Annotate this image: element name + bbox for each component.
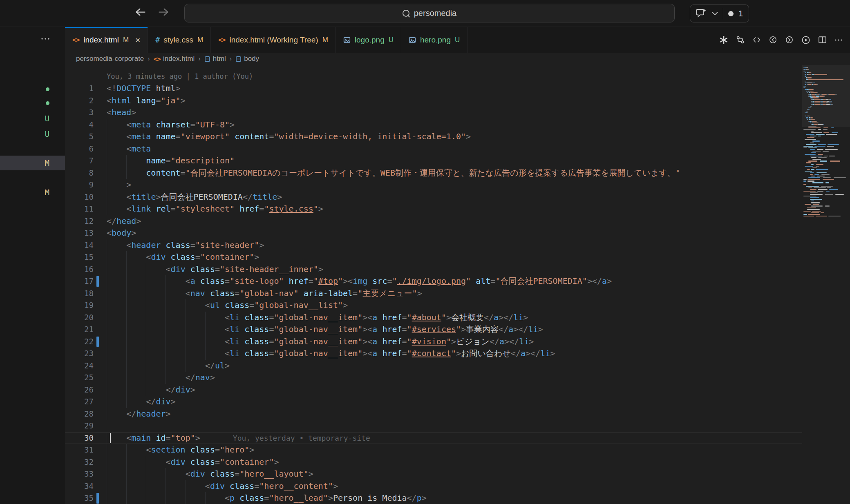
close-icon[interactable]: × bbox=[135, 35, 140, 45]
gutter[interactable] bbox=[94, 372, 107, 384]
code-text[interactable]: <li class="global-nav__item"><a href="#a… bbox=[107, 312, 802, 324]
gutter[interactable] bbox=[94, 432, 107, 444]
code-text[interactable]: <li class="global-nav__item"><a href="#v… bbox=[107, 336, 802, 348]
gutter[interactable] bbox=[94, 179, 107, 191]
code-line[interactable]: 33 <div class="hero__layout"> bbox=[65, 468, 802, 480]
code-line[interactable]: 25 </nav> bbox=[65, 372, 802, 384]
gutter[interactable] bbox=[94, 83, 107, 95]
code-line[interactable]: 34 <div class="hero__content"> bbox=[65, 480, 802, 493]
code-text[interactable]: </nav> bbox=[107, 372, 802, 384]
line-number[interactable]: 29 bbox=[65, 420, 94, 432]
gutter[interactable] bbox=[94, 119, 107, 131]
gutter[interactable] bbox=[94, 420, 107, 432]
code-line[interactable]: 6 <meta bbox=[65, 143, 802, 155]
code-line[interactable]: 9 > bbox=[65, 179, 802, 191]
code-line[interactable]: 4 <meta charset="UTF-8"> bbox=[65, 119, 802, 131]
code-line[interactable]: 22 <li class="global-nav__item"><a href=… bbox=[65, 336, 802, 348]
tab-index-html[interactable]: <> index.html M × bbox=[65, 27, 148, 53]
gutter[interactable] bbox=[94, 107, 107, 119]
code-line[interactable]: 14 <header class="site-header"> bbox=[65, 239, 802, 252]
gutter[interactable] bbox=[94, 143, 107, 155]
previous-change-icon[interactable] bbox=[769, 36, 777, 44]
code-text[interactable]: <div class="site-header__inner"> bbox=[107, 263, 802, 276]
gutter[interactable] bbox=[94, 215, 107, 227]
line-number[interactable]: 15 bbox=[65, 251, 94, 263]
code-text[interactable]: </div> bbox=[107, 396, 802, 408]
line-number[interactable]: 27 bbox=[65, 396, 94, 408]
gutter[interactable] bbox=[94, 336, 107, 348]
breadcrumb-folder[interactable]: persomedia-corporate bbox=[76, 55, 144, 63]
line-number[interactable]: 2 bbox=[65, 95, 94, 107]
code-line[interactable]: 1<!DOCTYPE html> bbox=[65, 83, 802, 95]
code-line[interactable]: 23 <li class="global-nav__item"><a href=… bbox=[65, 348, 802, 360]
git-modified-gutter-icon[interactable] bbox=[96, 276, 99, 287]
code-line[interactable]: 21 <li class="global-nav__item"><a href=… bbox=[65, 323, 802, 336]
code-line[interactable]: 32 <div class="container"> bbox=[65, 456, 802, 468]
sidebar-file-item[interactable] bbox=[0, 96, 65, 110]
code-line[interactable]: 2<html lang="ja"> bbox=[65, 95, 802, 107]
gutter[interactable] bbox=[94, 384, 107, 396]
notification-count[interactable]: 1 bbox=[738, 9, 743, 18]
code-text[interactable]: <div class="container"> bbox=[107, 456, 802, 468]
code-text[interactable]: <section class="hero"> bbox=[107, 444, 802, 456]
line-number[interactable]: 13 bbox=[65, 227, 94, 239]
gutter[interactable] bbox=[94, 288, 107, 300]
line-number[interactable]: 3 bbox=[65, 107, 94, 119]
code-line[interactable]: 7 name="description" bbox=[65, 155, 802, 167]
code-line[interactable]: 30 <main id="top">You, yesterday • tempo… bbox=[65, 432, 802, 444]
source-control-compare-icon[interactable] bbox=[736, 36, 745, 44]
gutter[interactable] bbox=[94, 95, 107, 107]
code-line[interactable]: 19 <ul class="global-nav__list"> bbox=[65, 299, 802, 312]
sidebar-file-item[interactable] bbox=[0, 82, 65, 96]
code-text[interactable]: > bbox=[107, 179, 802, 191]
code-text[interactable]: <p class="hero__lead">Person is Media</p… bbox=[107, 492, 802, 504]
code-line[interactable]: 29 bbox=[65, 420, 802, 432]
code-line[interactable]: 3<head> bbox=[65, 107, 802, 119]
code-text[interactable]: <li class="global-nav__item"><a href="#s… bbox=[107, 323, 802, 336]
more-actions-icon[interactable] bbox=[41, 38, 50, 40]
code-line[interactable]: 27 </div> bbox=[65, 396, 802, 408]
line-number[interactable]: 16 bbox=[65, 263, 94, 276]
tab-logo-png[interactable]: logo.png U bbox=[336, 27, 401, 53]
code-text[interactable]: <!DOCTYPE html> bbox=[107, 83, 802, 95]
search-input[interactable]: persomedia bbox=[184, 4, 675, 22]
gutter[interactable] bbox=[94, 456, 107, 468]
code-text[interactable]: name="description" bbox=[107, 155, 802, 167]
code-editor[interactable]: You, 3 minutes ago | 1 author (You) 1<!D… bbox=[65, 65, 802, 504]
code-text[interactable]: <nav class="global-nav" aria-label="主要メニ… bbox=[107, 288, 802, 300]
gutter[interactable] bbox=[94, 480, 107, 493]
code-text[interactable]: <meta name="viewport" content="width=dev… bbox=[107, 131, 802, 143]
sidebar-file-item[interactable]: U bbox=[0, 127, 65, 141]
line-number[interactable]: 25 bbox=[65, 372, 94, 384]
gutter[interactable] bbox=[94, 323, 107, 336]
code-line[interactable]: 26 </div> bbox=[65, 384, 802, 396]
gutter[interactable] bbox=[94, 492, 107, 504]
line-number[interactable]: 33 bbox=[65, 468, 94, 480]
gutter[interactable] bbox=[94, 408, 107, 420]
line-number[interactable]: 11 bbox=[65, 203, 94, 215]
gutter[interactable] bbox=[94, 348, 107, 360]
code-text[interactable]: <div class="hero__layout"> bbox=[107, 468, 802, 480]
code-text[interactable]: <link rel="stylesheet" href="style.css"> bbox=[107, 203, 802, 215]
tab-hero-png[interactable]: hero.png U bbox=[401, 27, 468, 53]
line-number[interactable]: 6 bbox=[65, 143, 94, 155]
gutter[interactable] bbox=[94, 312, 107, 324]
code-text[interactable]: <ul class="global-nav__list"> bbox=[107, 299, 802, 312]
code-text[interactable]: </header> bbox=[107, 408, 802, 420]
code-text[interactable]: <div class="hero__content"> bbox=[107, 480, 802, 493]
code-line[interactable]: 12</head> bbox=[65, 215, 802, 227]
code-text[interactable]: </div> bbox=[107, 384, 802, 396]
forward-arrow-icon[interactable] bbox=[158, 7, 169, 17]
line-number[interactable]: 9 bbox=[65, 179, 94, 191]
next-change-icon[interactable] bbox=[785, 36, 794, 44]
back-arrow-icon[interactable] bbox=[135, 7, 146, 17]
gutter[interactable] bbox=[94, 131, 107, 143]
code-text[interactable]: <a class="site-logo" href="#top"><img sr… bbox=[107, 275, 802, 288]
code-text[interactable]: <meta bbox=[107, 143, 802, 155]
line-number[interactable]: 7 bbox=[65, 155, 94, 167]
code-line[interactable]: 31 <section class="hero"> bbox=[65, 444, 802, 456]
code-text[interactable] bbox=[107, 420, 802, 432]
code-text[interactable]: </head> bbox=[107, 215, 802, 227]
code-line[interactable]: 17 <a class="site-logo" href="#top"><img… bbox=[65, 275, 802, 288]
chat-icon[interactable] bbox=[696, 9, 707, 18]
